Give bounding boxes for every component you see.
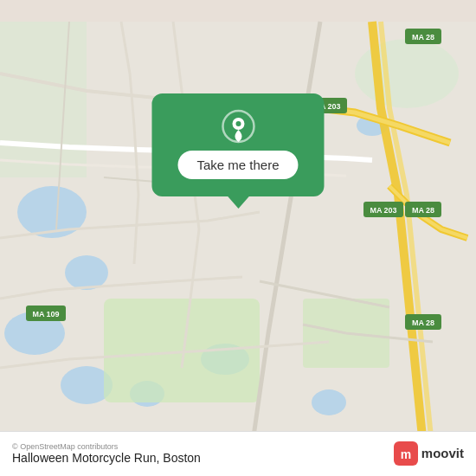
location-pin-icon [221,109,255,144]
svg-point-27 [235,121,241,126]
map-background: MA 28 MA 28 MA 28 MA 203 MA 203 MA 109 [0,0,476,476]
svg-point-12 [355,39,459,108]
svg-point-2 [65,255,108,290]
bottom-left-info: © OpenStreetMap contributors Halloween M… [12,442,201,465]
app: MA 28 MA 28 MA 28 MA 203 MA 203 MA 109 [0,0,476,476]
event-title: Halloween Motorcycle Run, Boston [12,451,201,465]
svg-text:MA 28: MA 28 [412,33,434,42]
svg-text:MA 109: MA 109 [32,310,59,318]
svg-rect-9 [104,299,260,402]
bottom-bar: © OpenStreetMap contributors Halloween M… [0,431,476,476]
popup-card: Take me there [151,93,324,196]
svg-text:MA 28: MA 28 [412,206,434,215]
map-svg: MA 28 MA 28 MA 28 MA 203 MA 203 MA 109 [0,0,476,476]
svg-text:m: m [401,447,411,461]
svg-text:MA 203: MA 203 [370,206,396,215]
take-me-there-button[interactable]: Take me there [177,151,298,179]
moovit-icon: m [394,441,418,466]
moovit-text: moovit [421,446,464,460]
svg-text:MA 28: MA 28 [412,318,434,327]
map-attribution: © OpenStreetMap contributors [12,442,201,451]
map-container[interactable]: MA 28 MA 28 MA 28 MA 203 MA 203 MA 109 [0,0,476,476]
moovit-logo[interactable]: m moovit [394,441,464,466]
svg-rect-11 [0,22,87,177]
svg-point-7 [312,389,346,415]
